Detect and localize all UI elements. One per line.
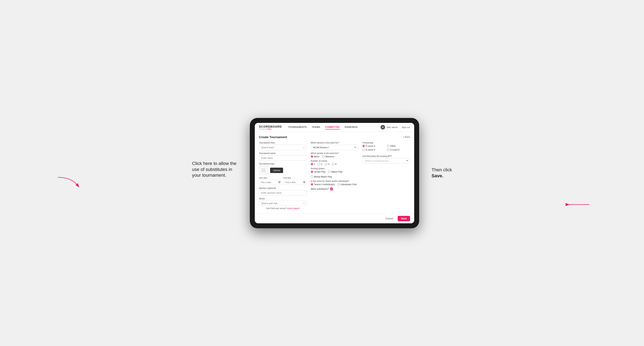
right-arrow-svg [566,199,591,210]
rounds-2-option[interactable]: 2 [318,163,322,165]
format-6count4-radio[interactable] [362,149,365,151]
gender-mens-option[interactable]: Mens [311,155,320,158]
date-row: Start date 📅 End date 📅 [259,177,306,185]
venue-help: Can't find your venue? email support [259,207,306,209]
event-teams-radio[interactable] [311,183,313,185]
rounds-3-option[interactable]: 3 [325,163,329,165]
event-individuals-option[interactable]: Individuals Only [338,183,357,185]
rounds-1-option[interactable]: 1 [311,163,315,165]
scoring-medal-label: Medal Match Play [314,175,332,178]
scoring-medal-option[interactable]: Medal Match Play [311,175,332,178]
substitutes-label: Allow substitutes? [311,188,329,190]
substitutes-group: Allow substitutes? [311,188,358,190]
save-annotation-bold: Save. [432,173,444,178]
left-annotation: Click here to allow the use of substitut… [192,161,238,178]
tournament-host-input[interactable] [259,145,306,150]
rounds-radio-group: 1 2 3 [311,163,358,165]
event-individuals-label: Individuals Only [341,183,357,185]
scoring-stroke-label: Stroke Play [314,171,326,173]
page-content: Create Tournament < Back Tournament Host… [255,132,414,214]
event-teams-option[interactable]: Teams (+Individuals) [311,183,335,185]
powered-by-text: Powered by clippd [259,128,282,130]
format-5count4-option[interactable]: 5 count 4 [362,145,386,147]
right-annotation: Then click Save. [432,167,452,179]
gender-mens-label: Mens [314,155,320,158]
format-other-label: Other [390,145,396,147]
nav-committee[interactable]: COMMITTEE [325,125,340,130]
sign-out-link[interactable]: Sign out [402,126,410,129]
tournament-name-group: Tournament name [259,152,306,161]
form-column-2: Which division is the event for? NCAA Di… [311,142,358,209]
gender-label: Which gender is the event for? [311,152,358,155]
event-type-label: Is this event for Teams and/or Individua… [311,180,358,182]
end-date-calendar-icon: 📅 [303,181,306,183]
rounds-3-label: 3 [328,163,329,165]
sponsor-group: Sponsor (optional) [259,187,306,195]
rounds-2-radio[interactable] [318,163,320,165]
tournament-logo-group: Tournament logo Upload [259,163,306,175]
form-column-1: Tournament Host ▼ Tournament name Tourna [259,142,306,209]
sponsor-input[interactable] [259,190,306,195]
page-title: Create Tournament [259,135,287,139]
format-6count5-label: 6 count 5 [390,149,400,151]
rounds-4-radio[interactable] [332,163,334,165]
email-support-link[interactable]: email support [287,207,300,209]
event-type-group: Is this event for Teams and/or Individua… [311,180,358,185]
form-columns: Tournament Host ▼ Tournament name Tourna [259,142,410,209]
format-options: 5 count 4 Other 6 count 4 [362,145,410,151]
tournament-logo-label: Tournament logo [259,163,306,165]
rounds-4-option[interactable]: 4 [332,163,336,165]
scoring-match-option[interactable]: Match Play [328,171,342,173]
event-individuals-radio[interactable] [338,183,340,185]
division-select[interactable]: NCAA Division I [311,145,358,150]
format-5count4-label: 5 count 4 [366,145,375,147]
venue-input[interactable] [259,201,306,206]
gender-mens-radio[interactable] [311,155,313,158]
back-button[interactable]: < Back [403,136,410,138]
event-type-radio-group: Teams (+Individuals) Individuals Only [311,183,358,185]
nav-rankings[interactable]: RANKINGS [344,125,358,130]
user-name: blair admin [387,126,398,129]
save-button[interactable]: Save [398,216,410,221]
upload-button[interactable]: Upload [270,168,283,173]
tournament-name-input[interactable] [259,155,306,161]
image-icon [262,168,266,173]
format-other-option[interactable]: Other [387,145,410,147]
nav-user: B blair admin | Sign out [380,125,410,130]
scoring-stroke-radio[interactable] [311,171,313,173]
substitutes-checkbox[interactable] [330,188,333,190]
left-arrow-svg [56,175,82,192]
format-6count4-option[interactable]: 6 count 4 [362,149,386,151]
navbar: SCOREBOARD Powered by clippd TOURNAMENTS… [255,123,414,132]
svg-point-1 [263,169,263,170]
rounds-1-radio[interactable] [311,163,313,165]
nav-links: TOURNAMENTS TEAMS COMMITTEE RANKINGS [288,125,380,130]
scoring-stroke-option[interactable]: Stroke Play [311,171,326,173]
format-6count5-option[interactable]: 6 count 5 [387,149,410,151]
end-date-wrapper: 📅 [284,180,306,185]
format-other-radio[interactable] [387,145,390,147]
scoring-radio-group: Stroke Play Match Play Medal Match Play [311,171,358,178]
scoring-service-select[interactable]: Select a scoring service [362,158,410,164]
rounds-1-label: 1 [314,163,315,165]
gender-womens-radio[interactable] [322,155,324,158]
sponsor-label: Sponsor (optional) [259,187,306,189]
scoring-medal-radio[interactable] [311,175,313,178]
format-5count4-radio[interactable] [362,145,365,147]
tablet-screen: SCOREBOARD Powered by clippd TOURNAMENTS… [255,123,414,223]
format-6count5-radio[interactable] [387,149,390,151]
scoring-match-radio[interactable] [328,171,330,173]
format-6count4-label: 6 count 4 [366,149,375,151]
nav-teams[interactable]: TEAMS [312,125,320,130]
tournament-host-group: Tournament Host ▼ [259,142,306,150]
scoring-api-label: Use third-party live scoring API? [362,155,410,157]
scoring-api-group: Use third-party live scoring API? Select… [362,155,410,164]
scoring-match-label: Match Play [332,171,342,173]
rounds-3-radio[interactable] [325,163,327,165]
user-avatar: B [380,125,385,130]
gender-womens-option[interactable]: Womens [322,155,334,158]
start-date-field: Start date 📅 [259,177,282,185]
nav-tournaments[interactable]: TOURNAMENTS [288,125,307,130]
format-group: Format type 5 count 4 Other [362,142,410,151]
cancel-button[interactable]: Cancel [383,216,396,221]
